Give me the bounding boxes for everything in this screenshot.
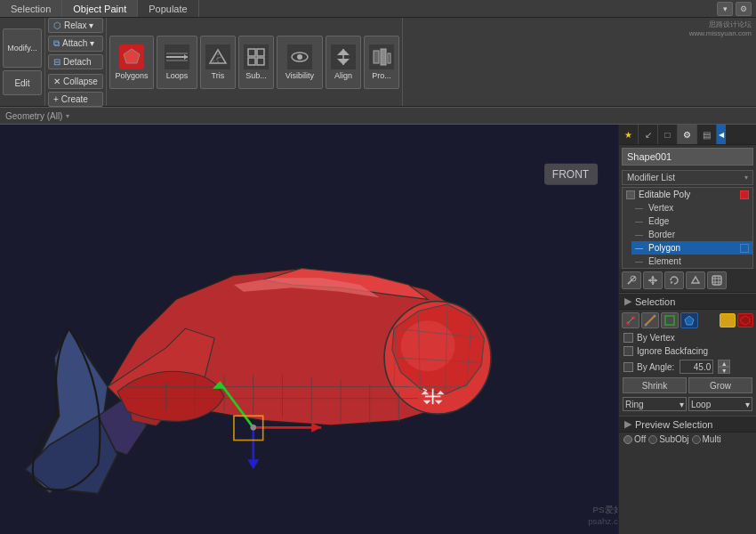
selection-yellow-square[interactable]	[720, 313, 736, 328]
modifier-border[interactable]: — Border	[631, 228, 752, 241]
panel-tabs: ★ ↙ □ ⚙ ▤ ◀	[619, 125, 756, 145]
shrink-button[interactable]: Shrink	[623, 377, 687, 393]
object-name-field[interactable]: Shape001	[622, 148, 753, 166]
by-angle-input[interactable]	[680, 360, 713, 374]
tab-object-paint[interactable]: Object Paint	[62, 0, 138, 17]
loop-label: Loop	[691, 400, 711, 409]
by-vertex-checkbox[interactable]	[623, 333, 633, 343]
geometry-expand[interactable]: ▾	[66, 112, 69, 120]
selection-vertex-icon[interactable]	[622, 312, 639, 328]
modifier-vertex[interactable]: — Vertex	[631, 201, 752, 214]
settings-icon[interactable]: ⚙	[736, 2, 752, 16]
selection-red-cube[interactable]	[737, 313, 753, 328]
selection-polygon-icon[interactable]	[680, 312, 698, 328]
dropdown-arrow[interactable]: ▾	[717, 2, 733, 16]
by-angle-checkbox[interactable]	[623, 362, 633, 372]
svg-marker-76	[651, 276, 655, 279]
svg-rect-18	[381, 49, 386, 65]
top-navigation-bar: Selection Object Paint Populate ▾ ⚙	[0, 0, 756, 18]
polygons-button[interactable]: Polygons	[109, 36, 154, 89]
attach-button[interactable]: ⧉ Attach ▾	[48, 36, 103, 52]
svg-point-92	[654, 315, 656, 318]
visibility-button[interactable]: Visibility	[277, 36, 323, 89]
selection-edge-icon[interactable]	[641, 312, 659, 328]
svg-marker-15	[337, 49, 350, 55]
angle-up-btn[interactable]: ▲	[718, 360, 730, 367]
modifier-edge-label: Edge	[648, 216, 669, 226]
align-button[interactable]: Align	[326, 36, 361, 89]
modifier-polygon-label: Polygon	[648, 243, 680, 253]
panel-icon-rotate[interactable]	[664, 271, 684, 289]
modify-button[interactable]: Modify...	[3, 28, 42, 68]
svg-text:FRONT: FRONT	[552, 168, 590, 181]
panel-tab-2[interactable]: □	[658, 125, 678, 144]
create-button[interactable]: + Create	[48, 92, 103, 107]
tris-button[interactable]: Tris	[200, 36, 236, 89]
modifier-edge[interactable]: — Edge	[631, 214, 752, 228]
preview-collapse-icon[interactable]: ▶	[624, 418, 631, 430]
angle-down-btn[interactable]: ▼	[718, 367, 730, 374]
panel-collapse-button[interactable]: ◀	[717, 125, 726, 144]
svg-marker-77	[651, 282, 655, 285]
svg-marker-78	[648, 279, 651, 282]
modifier-poly-checkbox[interactable]	[626, 190, 635, 199]
relax-button[interactable]: ⬡ Relax ▾	[48, 18, 103, 33]
by-angle-row: By Angle: ▲ ▼	[619, 358, 756, 376]
panel-tab-4[interactable]: ▤	[697, 125, 717, 144]
panel-tab-1[interactable]: ↙	[639, 125, 658, 144]
radio-multi-dot[interactable]	[692, 435, 701, 444]
ring-arrow[interactable]: ▾	[680, 400, 684, 409]
main-area: FRONT PS爱好者 psahz.com ★ ↙ □ ⚙ ▤ ◀ Shape0…	[0, 125, 756, 534]
modifier-element[interactable]: — Element	[631, 255, 752, 268]
svg-line-73	[628, 281, 631, 284]
svg-rect-11	[257, 58, 264, 65]
svg-rect-17	[374, 51, 379, 63]
loop-combo[interactable]: Loop ▾	[688, 397, 752, 411]
selection-border-icon[interactable]	[661, 312, 679, 328]
preview-radio-group: Off SubObj Multi	[623, 434, 721, 444]
pro-button[interactable]: Pro...	[364, 36, 399, 89]
modifier-editable-poly[interactable]: Editable Poly	[623, 188, 752, 201]
svg-marker-81	[692, 277, 699, 283]
panel-icon-pin[interactable]	[622, 271, 641, 289]
modifier-polygon[interactable]: — Polygon	[631, 241, 752, 255]
modifier-list-header[interactable]: Modifier List ▾	[622, 170, 753, 185]
radio-off-dot[interactable]	[623, 435, 632, 444]
tab-selection[interactable]: Selection	[0, 0, 62, 17]
svg-line-89	[628, 318, 633, 323]
loop-arrow[interactable]: ▾	[745, 400, 750, 409]
radio-multi[interactable]: Multi	[692, 434, 721, 444]
radio-off[interactable]: Off	[623, 434, 646, 444]
panel-tab-0[interactable]: ★	[619, 125, 639, 144]
collapse-button[interactable]: ✕ Collapse	[48, 74, 103, 89]
modifier-element-label: Element	[648, 256, 681, 266]
loops-button[interactable]: Loops	[157, 36, 197, 89]
modifier-list-label: Modifier List	[627, 173, 675, 182]
radio-off-label: Off	[634, 434, 646, 444]
panel-icon-extra[interactable]	[707, 271, 727, 289]
svg-rect-82	[712, 276, 721, 285]
svg-marker-80	[671, 281, 673, 284]
panel-tab-3[interactable]: ⚙	[678, 125, 697, 144]
ring-combo[interactable]: Ring ▾	[623, 397, 687, 411]
ignore-backfacing-checkbox[interactable]	[623, 346, 633, 356]
modifier-list-expand[interactable]: ▾	[744, 174, 748, 182]
radio-subobj-dot[interactable]	[648, 435, 657, 444]
radio-multi-label: Multi	[703, 434, 721, 444]
sub-button[interactable]: Sub...	[238, 36, 274, 89]
radio-subobj[interactable]: SubObj	[648, 434, 688, 444]
preview-radio-row: Off SubObj Multi	[619, 433, 756, 446]
detach-button[interactable]: ⊟ Detach	[48, 54, 103, 69]
selection-label: Selection	[635, 296, 675, 307]
panel-icons-row	[619, 269, 756, 293]
tab-populate[interactable]: Populate	[138, 0, 198, 17]
modifier-poly-label: Editable Poly	[639, 190, 690, 199]
grow-button[interactable]: Grow	[688, 377, 752, 393]
panel-icon-scale[interactable]	[686, 271, 705, 289]
svg-marker-94	[685, 316, 694, 325]
selection-collapse-icon[interactable]: ▶	[624, 295, 631, 307]
3d-viewport[interactable]: FRONT PS爱好者 psahz.com	[0, 125, 618, 534]
panel-icon-move[interactable]	[643, 271, 663, 289]
by-vertex-row: By Vertex	[619, 331, 756, 344]
edit-button[interactable]: Edit	[3, 70, 42, 95]
